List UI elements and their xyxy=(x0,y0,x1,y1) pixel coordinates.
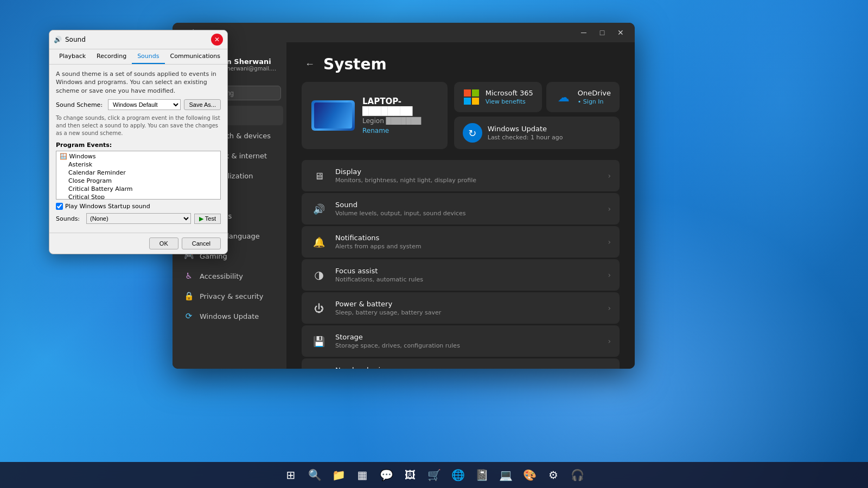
display-text: Display Monitors, brightness, night ligh… xyxy=(335,168,600,184)
settings-body: 👤 Imran Sherwani imransherwani@gmail.com… xyxy=(173,42,635,369)
settings-item-notifications[interactable]: 🔔 Notifications Alerts from apps and sys… xyxy=(302,226,620,258)
sound-scheme-label: Sound Scheme: xyxy=(56,101,105,108)
sound-dialog-tabs: Playback Recording Sounds Communications xyxy=(49,49,227,65)
taskbar: ⊞ 🔍 📁 ▦ 💬 🖼 🛒 🌐 📓 💻 🎨 ⚙ 🎧 xyxy=(0,462,868,488)
taskbar-file-explorer-button[interactable]: 📁 xyxy=(328,464,349,486)
settings-window: Settings ─ □ ✕ 👤 Imran Sherwani imranshe… xyxy=(173,23,635,369)
taskbar-edge-button[interactable]: 🌐 xyxy=(447,464,469,486)
taskbar-start-button[interactable]: ⊞ xyxy=(280,464,302,486)
power-battery-icon: ⏻ xyxy=(310,299,328,317)
tab-playback[interactable]: Playback xyxy=(54,49,91,64)
back-button[interactable]: ← xyxy=(302,56,318,72)
close-button[interactable]: ✕ xyxy=(613,27,628,38)
tree-item-asterisk[interactable]: Asterisk xyxy=(58,160,219,169)
titlebar-controls: ─ □ ✕ xyxy=(576,27,628,38)
update-info: Windows Update Last checked: 1 hour ago xyxy=(488,125,563,141)
update-title: Windows Update xyxy=(488,125,563,133)
power-battery-chevron-icon: › xyxy=(608,304,611,312)
notifications-title: Notifications xyxy=(335,234,600,242)
settings-item-nearby-sharing[interactable]: ⇆ Nearby sharing Discoverability, receiv… xyxy=(302,358,620,369)
display-title: Display xyxy=(335,168,600,176)
display-icon: 🖥 xyxy=(310,167,328,184)
tree-item-critical-battery-alarm[interactable]: Critical Battery Alarm xyxy=(58,185,219,193)
right-cards: Microsoft 365 View benefits ☁ OneDrive •… xyxy=(454,82,620,149)
ms365-icon xyxy=(463,88,480,106)
display-desc: Monitors, brightness, night light, displ… xyxy=(335,177,600,184)
sound-scheme-row: Sound Scheme: Windows Default Save As... xyxy=(56,99,221,110)
laptop-rename-link[interactable]: Rename xyxy=(362,127,389,134)
sidebar-item-accessibility[interactable]: ♿ Accessibility xyxy=(176,266,283,286)
sound-title: Sound xyxy=(335,201,600,209)
power-battery-title: Power & battery xyxy=(335,300,600,308)
storage-text: Storage Storage space, drives, configura… xyxy=(335,333,600,349)
ms365-title: Microsoft 365 xyxy=(486,89,533,97)
program-events-label: Program Events: xyxy=(56,142,221,149)
onedrive-info: OneDrive • Sign In xyxy=(578,89,611,105)
play-startup-checkbox[interactable] xyxy=(56,203,63,210)
sidebar-item-windows-update[interactable]: ⟳ Windows Update xyxy=(176,306,283,326)
tree-item-close-program[interactable]: Close Program xyxy=(58,177,219,185)
maximize-button[interactable]: □ xyxy=(595,27,610,38)
svg-rect-1 xyxy=(472,89,479,97)
onedrive-card[interactable]: ☁ OneDrive • Sign In xyxy=(546,82,620,112)
update-last-checked: Last checked: 1 hour ago xyxy=(488,134,563,141)
play-startup-label: Play Windows Startup sound xyxy=(65,203,150,210)
sound-scheme-select[interactable]: Windows Default xyxy=(108,99,181,110)
settings-item-display[interactable]: 🖥 Display Monitors, brightness, night li… xyxy=(302,160,620,191)
onedrive-signin-link[interactable]: • Sign In xyxy=(578,98,611,105)
sounds-label: Sounds: xyxy=(56,215,83,222)
settings-item-storage[interactable]: 💾 Storage Storage space, drives, configu… xyxy=(302,325,620,357)
taskbar-code-button[interactable]: 💻 xyxy=(495,464,516,486)
ok-button[interactable]: OK xyxy=(149,237,178,249)
program-events-section: Program Events: 🪟 Windows Asterisk Calen… xyxy=(56,142,221,200)
tree-item-windows[interactable]: 🪟 Windows xyxy=(58,152,219,160)
tab-recording[interactable]: Recording xyxy=(91,49,132,64)
cancel-button[interactable]: Cancel xyxy=(182,237,221,249)
tree-item-calendar-reminder[interactable]: Calendar Reminder xyxy=(58,169,219,177)
taskbar-widgets-button[interactable]: ▦ xyxy=(352,464,373,486)
settings-items-list: 🖥 Display Monitors, brightness, night li… xyxy=(302,160,620,369)
taskbar-notes-button[interactable]: 📓 xyxy=(471,464,493,486)
settings-item-power-battery[interactable]: ⏻ Power & battery Sleep, battery usage, … xyxy=(302,292,620,324)
test-button[interactable]: ▶ Test xyxy=(194,214,221,224)
dialog-buttons: OK Cancel xyxy=(49,233,227,254)
windows-update-card[interactable]: ↻ Windows Update Last checked: 1 hour ag… xyxy=(454,117,620,149)
notifications-text: Notifications Alerts from apps and syste… xyxy=(335,234,600,250)
minimize-button[interactable]: ─ xyxy=(576,27,591,38)
taskbar-store-button[interactable]: 🛒 xyxy=(423,464,445,486)
sounds-select[interactable]: (None) xyxy=(86,213,191,224)
taskbar-teams-button[interactable]: 💬 xyxy=(375,464,397,486)
taskbar-headset-button[interactable]: 🎧 xyxy=(566,464,588,486)
ms365-benefits-link[interactable]: View benefits xyxy=(486,98,533,105)
nearby-sharing-title: Nearby sharing xyxy=(335,366,600,369)
laptop-info: LAPTOP-████████ Legion ███████ Rename xyxy=(362,97,438,135)
power-battery-text: Power & battery Sleep, battery usage, ba… xyxy=(335,300,600,316)
sound-dialog-close-button[interactable]: ✕ xyxy=(211,34,223,46)
sound-dialog-titlebar: 🔊 Sound ✕ xyxy=(49,30,227,49)
taskbar-photos-button[interactable]: 🖼 xyxy=(399,464,421,486)
save-as-button[interactable]: Save As... xyxy=(184,99,221,110)
privacy-icon: 🔒 xyxy=(183,291,194,301)
sounds-row: Sounds: (None) ▶ Test xyxy=(56,213,221,224)
microsoft365-card[interactable]: Microsoft 365 View benefits xyxy=(454,82,542,112)
focus-assist-chevron-icon: › xyxy=(608,271,611,279)
onedrive-title: OneDrive xyxy=(578,89,611,97)
sound-desc: Volume levels, output, input, sound devi… xyxy=(335,210,600,217)
sidebar-item-privacy[interactable]: 🔒 Privacy & security xyxy=(176,286,283,306)
taskbar-photoshop-button[interactable]: 🎨 xyxy=(519,464,540,486)
laptop-model: Legion ███████ xyxy=(362,117,438,125)
tab-communications[interactable]: Communications xyxy=(165,49,226,64)
sound-icon: 🔊 xyxy=(310,200,328,217)
tab-sounds[interactable]: Sounds xyxy=(132,49,164,64)
taskbar-search-button[interactable]: 🔍 xyxy=(304,464,326,486)
tree-item-critical-stop[interactable]: Critical Stop xyxy=(58,193,219,200)
sound-dialog-icon: 🔊 xyxy=(54,36,62,43)
settings-item-sound[interactable]: 🔊 Sound Volume levels, output, input, so… xyxy=(302,193,620,224)
sound-description: A sound theme is a set of sounds applied… xyxy=(56,70,221,95)
program-events-tree[interactable]: 🪟 Windows Asterisk Calendar Reminder Clo… xyxy=(56,151,221,200)
sound-dialog-body: A sound theme is a set of sounds applied… xyxy=(49,65,227,233)
settings-item-focus-assist[interactable]: ◑ Focus assist Notifications, automatic … xyxy=(302,259,620,291)
sound-dialog-title-area: 🔊 Sound xyxy=(54,36,86,43)
laptop-card[interactable]: LAPTOP-████████ Legion ███████ Rename xyxy=(302,82,448,149)
taskbar-settings-button[interactable]: ⚙ xyxy=(542,464,564,486)
